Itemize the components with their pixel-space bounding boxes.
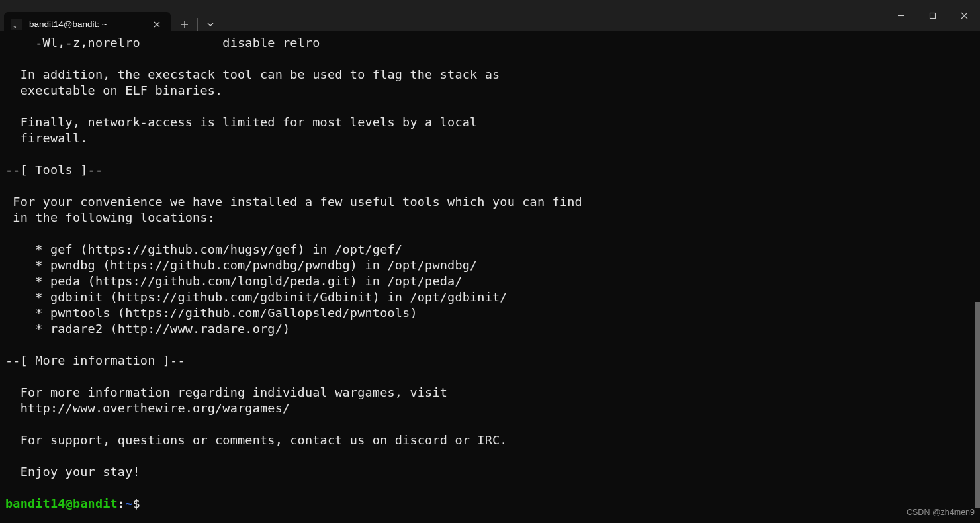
window-controls <box>885 0 980 31</box>
close-icon <box>961 12 968 19</box>
titlebar: bandit14@bandit: ~ <box>0 0 980 31</box>
terminal-icon <box>11 19 22 30</box>
scrollbar[interactable] <box>975 31 980 523</box>
scrollbar-thumb[interactable] <box>975 302 980 508</box>
close-icon <box>154 21 160 28</box>
chevron-down-icon <box>207 23 214 26</box>
prompt-path: ~ <box>125 497 132 510</box>
svg-rect-0 <box>930 13 935 19</box>
divider <box>197 18 198 31</box>
close-window-button[interactable] <box>948 0 980 31</box>
terminal-output: -Wl,-z,norelro disable relro In addition… <box>5 36 582 479</box>
terminal-window: bandit14@bandit: ~ <box>0 0 980 523</box>
plus-icon <box>181 21 189 28</box>
minimize-icon <box>897 12 905 19</box>
minimize-button[interactable] <box>885 0 916 31</box>
titlebar-drag-region[interactable] <box>222 0 885 31</box>
prompt-dollar: $ <box>133 497 140 510</box>
maximize-icon <box>929 12 936 19</box>
prompt-colon: : <box>118 497 125 510</box>
watermark: CSDN @zh4men9 <box>907 504 975 520</box>
close-tab-button[interactable] <box>151 19 163 30</box>
maximize-button[interactable] <box>916 0 948 31</box>
prompt-user-host: bandit14@bandit <box>5 497 118 510</box>
terminal-body[interactable]: -Wl,-z,norelro disable relro In addition… <box>0 31 980 523</box>
tab-title: bandit14@bandit: ~ <box>29 17 144 32</box>
